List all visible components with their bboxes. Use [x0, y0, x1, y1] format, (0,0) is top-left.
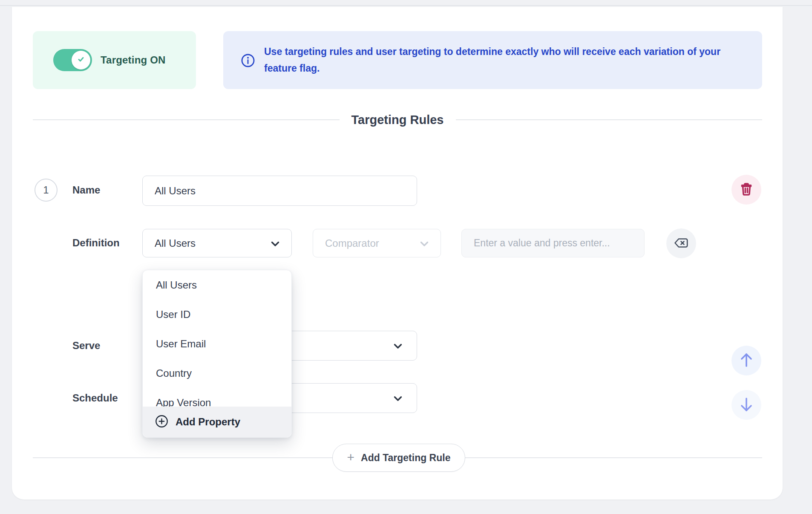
- definition-property-value: All Users: [155, 237, 196, 249]
- targeting-status-card: Targeting ON: [33, 31, 196, 89]
- definition-label: Definition: [72, 237, 120, 249]
- serve-label: Serve: [72, 340, 100, 352]
- chevron-down-icon: [394, 392, 402, 404]
- definition-property-select[interactable]: All Users: [142, 229, 292, 257]
- plus-circle-icon: [155, 415, 168, 430]
- add-property-label: Add Property: [176, 416, 240, 428]
- name-label: Name: [72, 184, 100, 196]
- clear-value-button[interactable]: [666, 228, 696, 258]
- info-banner-text: Use targeting rules and user targeting t…: [264, 43, 724, 77]
- dropdown-item-user-id[interactable]: User ID: [143, 300, 291, 329]
- dropdown-item-user-email[interactable]: User Email: [143, 329, 291, 358]
- delete-rule-button[interactable]: [731, 175, 761, 205]
- chevron-down-icon: [394, 340, 402, 352]
- rule-number-badge: 1: [35, 179, 58, 202]
- backspace-icon: [673, 237, 689, 250]
- add-property-button[interactable]: Add Property: [143, 407, 291, 437]
- comparator-select[interactable]: Comparator: [313, 229, 441, 257]
- add-targeting-rule-label: Add Targeting Rule: [361, 452, 450, 464]
- toggle-knob: [72, 51, 90, 69]
- targeting-status-label: Targeting ON: [101, 54, 166, 66]
- top-strip: [0, 0, 812, 6]
- info-banner: Use targeting rules and user targeting t…: [223, 31, 762, 89]
- arrow-up-icon: [739, 352, 754, 370]
- check-icon: [76, 54, 86, 66]
- rule-name-input[interactable]: [142, 176, 417, 206]
- comparator-placeholder: Comparator: [325, 237, 379, 249]
- add-targeting-rule-button[interactable]: + Add Targeting Rule: [332, 444, 465, 472]
- trash-icon: [739, 182, 754, 198]
- move-rule-up-button[interactable]: [731, 346, 761, 375]
- definition-property-dropdown: All Users User ID User Email Country App…: [142, 270, 292, 438]
- chevron-down-icon: [271, 237, 279, 249]
- section-title: Targeting Rules: [351, 113, 444, 127]
- dropdown-item-all-users[interactable]: All Users: [143, 270, 291, 300]
- move-rule-down-button[interactable]: [731, 390, 761, 420]
- info-icon: [241, 53, 255, 69]
- targeting-page: Targeting ON Use targeting rules and use…: [0, 0, 812, 514]
- schedule-label: Schedule: [72, 392, 118, 404]
- dropdown-item-app-version[interactable]: App Version: [143, 388, 291, 407]
- chevron-down-icon: [420, 237, 429, 249]
- divider-line: [456, 119, 763, 120]
- targeting-toggle[interactable]: [53, 49, 92, 71]
- dropdown-item-country[interactable]: Country: [143, 358, 291, 388]
- section-divider: Targeting Rules: [33, 110, 762, 129]
- definition-value-input[interactable]: [461, 229, 645, 257]
- plus-icon: +: [347, 451, 355, 464]
- divider-line: [33, 119, 340, 120]
- dropdown-list: All Users User ID User Email Country App…: [143, 270, 291, 407]
- arrow-down-icon: [739, 396, 754, 414]
